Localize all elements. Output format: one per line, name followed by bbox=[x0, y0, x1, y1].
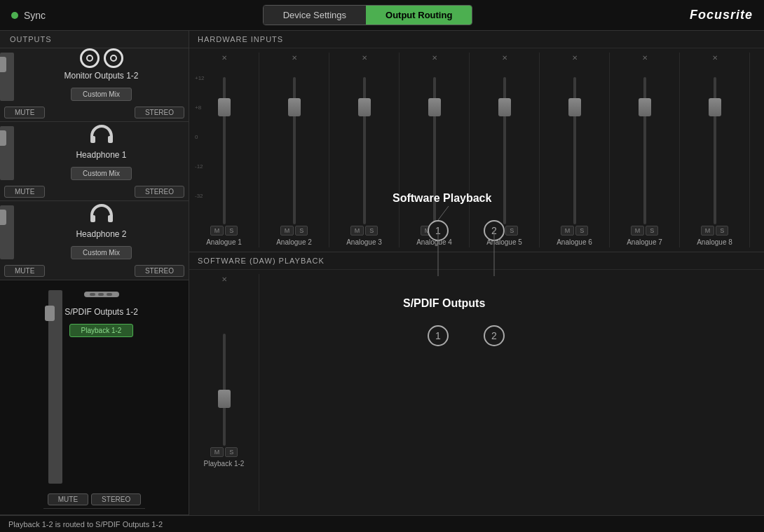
channel5-m-btn[interactable]: M bbox=[491, 226, 505, 236]
spdif-label: S/PDIF Outputs 1-2 bbox=[64, 307, 138, 317]
playback-close[interactable]: ✕ bbox=[221, 275, 227, 283]
playback-s-btn[interactable]: S bbox=[225, 447, 238, 457]
channel4-fader-thumb[interactable] bbox=[428, 98, 441, 116]
channel7-close[interactable]: ✕ bbox=[642, 54, 648, 62]
channel6-fader-thumb[interactable] bbox=[568, 98, 581, 116]
headphone2-label: Headphone 2 bbox=[76, 229, 126, 239]
channel8-fader-thumb[interactable] bbox=[709, 98, 721, 116]
channel7-name: Analogue 7 bbox=[627, 238, 662, 246]
channel1-s-btn[interactable]: S bbox=[225, 226, 238, 236]
channel1-fader-thumb[interactable] bbox=[218, 98, 231, 116]
channel2-close[interactable]: ✕ bbox=[292, 54, 297, 62]
headphone1-routing-container: Custom Mix bbox=[64, 164, 139, 184]
channel6-close[interactable]: ✕ bbox=[572, 54, 578, 62]
spdif-fader[interactable] bbox=[48, 286, 62, 488]
channel3-close[interactable]: ✕ bbox=[362, 54, 367, 62]
headphone2-routing-container: Custom Mix bbox=[64, 243, 139, 264]
channel6-m-btn[interactable]: M bbox=[561, 226, 575, 236]
headphone1-stereo-btn[interactable]: STEREO bbox=[135, 186, 184, 198]
device-settings-tab[interactable]: Device Settings bbox=[264, 6, 366, 25]
headphone1-fader[interactable] bbox=[0, 122, 14, 184]
channel7-fader-area bbox=[610, 63, 679, 224]
output-routing-tab[interactable]: Output Routing bbox=[366, 6, 472, 25]
playback-ms-row: M S bbox=[210, 447, 238, 457]
channel-analogue6: ✕ M S Analogue 6 bbox=[540, 53, 610, 247]
headphone2-fader-track bbox=[0, 205, 14, 259]
channel3-m-btn[interactable]: M bbox=[350, 226, 364, 236]
channel3-fader-thumb[interactable] bbox=[358, 98, 371, 116]
channel7-m-btn[interactable]: M bbox=[631, 226, 645, 236]
monitor-routing-btn[interactable]: Custom Mix bbox=[71, 88, 132, 101]
channel3-name: Analogue 3 bbox=[346, 238, 382, 246]
spdif-mute-btn[interactable]: MUTE bbox=[48, 493, 88, 505]
monitor-stereo-btn[interactable]: STEREO bbox=[135, 107, 184, 118]
top-bar: Sync Device Settings Output Routing Focu… bbox=[0, 0, 764, 31]
headphone1-routing-btn[interactable]: Custom Mix bbox=[71, 167, 132, 180]
channel2-name: Analogue 2 bbox=[276, 238, 312, 246]
headphone2-controls: MUTE STEREO bbox=[0, 264, 189, 280]
channel2-fader-thumb[interactable] bbox=[288, 98, 301, 116]
headphone2-routing-btn[interactable]: Custom Mix bbox=[71, 246, 132, 259]
monitor-fader-track bbox=[0, 53, 14, 101]
channel1-fader-track bbox=[223, 77, 226, 224]
headphone2-icon bbox=[86, 201, 117, 226]
channel5-s-btn[interactable]: S bbox=[505, 226, 518, 236]
headphone2-mute-btn[interactable]: MUTE bbox=[4, 265, 45, 277]
channel4-m-btn[interactable]: M bbox=[421, 226, 435, 236]
status-bar: Playback 1-2 is routed to S/PDIF Outputs… bbox=[0, 515, 764, 532]
hardware-inputs-header: HARDWARE INPUTS bbox=[189, 31, 764, 48]
hardware-channels-area: ✕ +12 +8 0 -12 -32 M S bbox=[189, 48, 764, 252]
output-headphone1-fader-row: Headphone 1 Custom Mix bbox=[0, 122, 189, 184]
channel4-fader-track bbox=[433, 77, 436, 224]
spdif-content: S/PDIF Outputs 1-2 Playback 1-2 bbox=[62, 286, 141, 488]
channel8-m-btn[interactable]: M bbox=[701, 226, 715, 236]
channel-analogue1: ✕ +12 +8 0 -12 -32 M S bbox=[189, 53, 259, 247]
channel1-m-btn[interactable]: M bbox=[210, 226, 224, 236]
channel3-s-btn[interactable]: S bbox=[365, 226, 378, 236]
headphone2-stereo-btn[interactable]: STEREO bbox=[135, 265, 184, 277]
monitor-mute-btn[interactable]: MUTE bbox=[4, 107, 45, 118]
spdif-routing-btn[interactable]: Playback 1-2 bbox=[69, 324, 134, 337]
channel1-db-labels: +12 +8 0 -12 -32 bbox=[195, 63, 205, 210]
channel8-close[interactable]: ✕ bbox=[712, 54, 718, 62]
outputs-panel: OUTPUTS bbox=[0, 31, 189, 515]
channel7-fader-thumb[interactable] bbox=[639, 98, 651, 116]
channel2-m-btn[interactable]: M bbox=[280, 226, 294, 236]
channel5-fader-thumb[interactable] bbox=[498, 98, 511, 116]
headphone1-label: Headphone 1 bbox=[76, 150, 126, 160]
headphone1-mute-btn[interactable]: MUTE bbox=[4, 186, 45, 198]
channel-playback1-2: ✕ M S Playback 1-2 bbox=[189, 274, 259, 511]
channel4-close[interactable]: ✕ bbox=[432, 54, 437, 62]
sw-channels-area: ✕ M S Playback 1-2 bbox=[189, 270, 764, 515]
channel2-ms-row: M S bbox=[280, 226, 308, 236]
monitor-controls: MUTE STEREO bbox=[0, 105, 189, 122]
channel2-s-btn[interactable]: S bbox=[295, 226, 308, 236]
svg-rect-1 bbox=[90, 293, 95, 296]
channel7-s-btn[interactable]: S bbox=[646, 226, 658, 236]
channel-analogue2: ✕ M S Analogue 2 bbox=[259, 53, 329, 247]
sync-label: Sync bbox=[24, 10, 46, 21]
channel8-s-btn[interactable]: S bbox=[716, 226, 728, 236]
channel1-close[interactable]: ✕ bbox=[221, 54, 227, 62]
speaker-right bbox=[104, 48, 123, 68]
channel4-ms-row: M S bbox=[421, 226, 449, 236]
playback-fader-thumb[interactable] bbox=[218, 390, 231, 408]
outputs-header: OUTPUTS bbox=[0, 31, 189, 48]
monitor-fader[interactable] bbox=[0, 48, 14, 105]
brand-logo: Focusrite bbox=[690, 8, 753, 22]
spdif-stereo-btn[interactable]: STEREO bbox=[91, 493, 141, 505]
channel5-close[interactable]: ✕ bbox=[502, 54, 507, 62]
headphone1-icon bbox=[86, 122, 117, 147]
playback-m-btn[interactable]: M bbox=[210, 447, 224, 457]
sync-indicator: Sync bbox=[11, 10, 46, 21]
headphone2-fader[interactable] bbox=[0, 201, 14, 264]
channel6-s-btn[interactable]: S bbox=[575, 226, 588, 236]
channel6-fader-track bbox=[573, 77, 576, 224]
channel4-s-btn[interactable]: S bbox=[435, 226, 448, 236]
headphone1-controls: MUTE STEREO bbox=[0, 184, 189, 201]
channel5-fader-area bbox=[470, 63, 539, 224]
headphone1-fader-track bbox=[0, 126, 14, 180]
output-headphone2-fader-row: Headphone 2 Custom Mix bbox=[0, 201, 189, 264]
spdif-icon bbox=[83, 286, 121, 303]
channel-analogue4: ✕ M S Analogue 4 bbox=[400, 53, 470, 247]
